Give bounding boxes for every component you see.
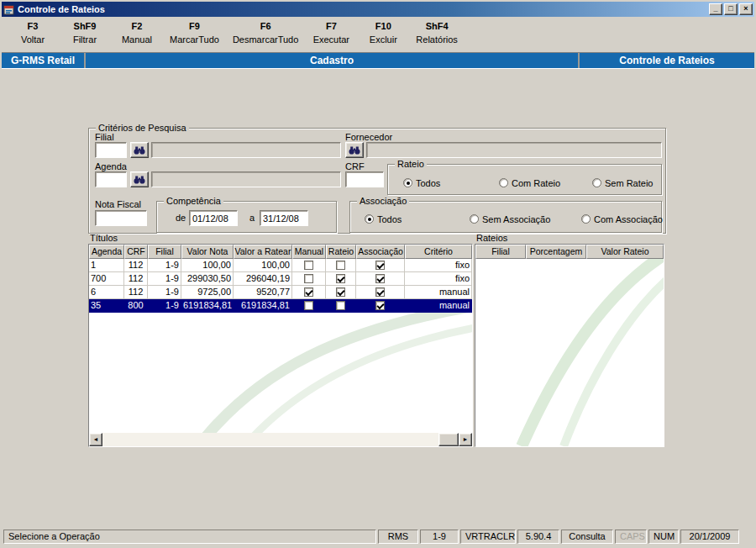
- column-header-filial[interactable]: Filial: [475, 245, 526, 259]
- column-header-critério[interactable]: Critério: [405, 245, 472, 259]
- toolbar-key: ShF4: [416, 21, 458, 31]
- crf-label: CRF: [345, 161, 365, 171]
- close-button[interactable]: ×: [739, 3, 753, 15]
- minimize-button[interactable]: _: [709, 3, 722, 15]
- rateio-radio-group: TodosCom RateioSem Rateio: [388, 165, 661, 194]
- checkbox-icon[interactable]: [375, 261, 385, 270]
- toolbar-label: Executar: [312, 34, 350, 45]
- column-header-rateio[interactable]: Rateio: [326, 245, 356, 259]
- restore-button[interactable]: □: [724, 3, 738, 15]
- competencia-a-input[interactable]: [260, 210, 308, 226]
- function-key-toolbar: F3VoltarShF9FiltrarF2ManualF9MarcarTudoF…: [2, 17, 754, 52]
- agenda-lookup-button[interactable]: [130, 171, 149, 187]
- fornecedor-description-field: [366, 142, 662, 158]
- column-header-porcentagem[interactable]: Porcentagem: [526, 245, 586, 259]
- checkbox-icon[interactable]: [304, 287, 313, 297]
- checkbox-icon[interactable]: [375, 274, 385, 283]
- cell-agenda: 6: [89, 286, 124, 299]
- toolbar-button-desmarcartudo[interactable]: F6DesmarcarTudo: [226, 20, 305, 45]
- agenda-input[interactable]: [95, 171, 127, 187]
- cell-valor_nota: 100,00: [181, 259, 234, 272]
- crf-input[interactable]: [345, 171, 384, 187]
- checkbox-icon[interactable]: [375, 301, 385, 310]
- scrollbar-thumb[interactable]: [438, 433, 459, 446]
- scrollbar-track[interactable]: [102, 433, 459, 446]
- toolbar-label: MarcarTudo: [170, 34, 219, 45]
- radio-option-todos[interactable]: Todos: [365, 213, 402, 224]
- radio-option-com-associação[interactable]: Com Associação: [581, 213, 663, 224]
- toolbar-button-manual[interactable]: F2Manual: [111, 20, 163, 45]
- titulos-horizontal-scrollbar[interactable]: ◄ ►: [89, 433, 472, 446]
- radio-icon: [581, 214, 591, 224]
- rateios-header: FilialPorcentagemValor Rateio: [475, 245, 664, 259]
- toolbar-button-filtrar[interactable]: ShF9Filtrar: [59, 20, 111, 45]
- radio-option-com-rateio[interactable]: Com Rateio: [499, 177, 560, 188]
- table-row[interactable]: 358001-96191834,816191834,81manual: [89, 299, 472, 313]
- cell-valor_nota: 9725,00: [181, 286, 234, 299]
- table-row[interactable]: 61121-99725,009520,77manual: [89, 286, 472, 299]
- toolbar-button-voltar[interactable]: F3Voltar: [7, 20, 59, 45]
- column-header-valor-rateio[interactable]: Valor Rateio: [586, 245, 664, 259]
- radio-label: Com Rateio: [512, 178, 560, 188]
- competencia-de-input[interactable]: [189, 210, 238, 226]
- column-header-valor-nota[interactable]: Valor Nota: [181, 245, 234, 259]
- toolbar-button-excluir[interactable]: F10Excluir: [357, 20, 409, 45]
- radio-option-todos[interactable]: Todos: [403, 177, 440, 188]
- scroll-right-icon[interactable]: ►: [459, 433, 472, 446]
- radio-icon: [592, 178, 601, 187]
- cell-crf: 112: [124, 272, 148, 286]
- filial-input[interactable]: [95, 142, 127, 158]
- column-header-agenda[interactable]: Agenda: [89, 245, 124, 259]
- column-header-crf[interactable]: CRF: [124, 245, 148, 259]
- fornecedor-lookup-button[interactable]: [345, 142, 364, 158]
- rateio-groupbox: Rateio TodosCom RateioSem Rateio: [387, 164, 662, 195]
- cell-rateio: [326, 286, 356, 299]
- checkbox-icon[interactable]: [304, 301, 313, 310]
- toolbar-key: ShF9: [66, 21, 104, 31]
- status-bar: Selecione a Operação RMS1-9VRTRACLR5.90.…: [2, 528, 754, 546]
- checkbox-icon[interactable]: [336, 287, 345, 297]
- checkbox-icon[interactable]: [375, 287, 385, 297]
- filial-lookup-button[interactable]: [130, 142, 149, 158]
- titulos-title: Títulos: [90, 233, 118, 243]
- checkbox-icon[interactable]: [304, 261, 313, 270]
- binoculars-icon: [349, 146, 360, 155]
- watermark-swoosh: [475, 245, 664, 446]
- checkbox-icon[interactable]: [336, 274, 345, 283]
- cell-agenda: 35: [89, 299, 124, 313]
- filial-description-field: [151, 142, 341, 158]
- column-header-filial[interactable]: Filial: [148, 245, 181, 259]
- checkbox-icon[interactable]: [304, 274, 313, 283]
- toolbar-label: Manual: [118, 34, 156, 45]
- cell-criterio: manual: [405, 299, 472, 313]
- toolbar-key: F3: [13, 21, 52, 31]
- cell-valor_ratear: 9520,77: [234, 286, 292, 299]
- column-header-manual[interactable]: Manual: [292, 245, 326, 259]
- cell-manual: [292, 259, 326, 272]
- column-header-associação[interactable]: Associação: [356, 245, 405, 259]
- status-cell-rms: RMS: [378, 530, 418, 544]
- column-header-valor-a-ratear[interactable]: Valor a Ratear: [234, 245, 292, 259]
- checkbox-icon[interactable]: [336, 301, 345, 310]
- cell-filial: 1-9: [148, 272, 181, 286]
- toolbar-button-relatórios[interactable]: ShF4Relatórios: [409, 20, 465, 45]
- table-row[interactable]: 11121-9100,00100,00fixo: [89, 259, 472, 272]
- radio-label: Todos: [416, 178, 440, 188]
- table-row[interactable]: 7001121-9299030,50296040,19fixo: [89, 272, 472, 286]
- toolbar-button-marcartudo[interactable]: F9MarcarTudo: [163, 20, 226, 45]
- radio-option-sem-rateio[interactable]: Sem Rateio: [592, 177, 653, 188]
- nota-fiscal-input[interactable]: [95, 210, 147, 226]
- status-cell-num: NUM: [648, 530, 679, 544]
- application-window: Controle de Rateios _ □ × F3VoltarShF9Fi…: [0, 0, 756, 548]
- radio-option-sem-associação[interactable]: Sem Associação: [470, 213, 550, 224]
- toolbar-button-executar[interactable]: F7Executar: [305, 20, 357, 45]
- cell-valor_nota: 6191834,81: [181, 299, 234, 313]
- scroll-left-icon[interactable]: ◄: [89, 433, 102, 446]
- toolbar-label: Relatórios: [416, 34, 458, 45]
- checkbox-icon[interactable]: [336, 261, 345, 270]
- cell-criterio: fixo: [405, 259, 472, 272]
- radio-icon: [470, 214, 479, 224]
- cell-filial: 1-9: [148, 299, 181, 313]
- status-cell-20/1/2009: 20/1/2009: [680, 530, 739, 544]
- status-cell-caps: CAPS: [615, 530, 647, 544]
